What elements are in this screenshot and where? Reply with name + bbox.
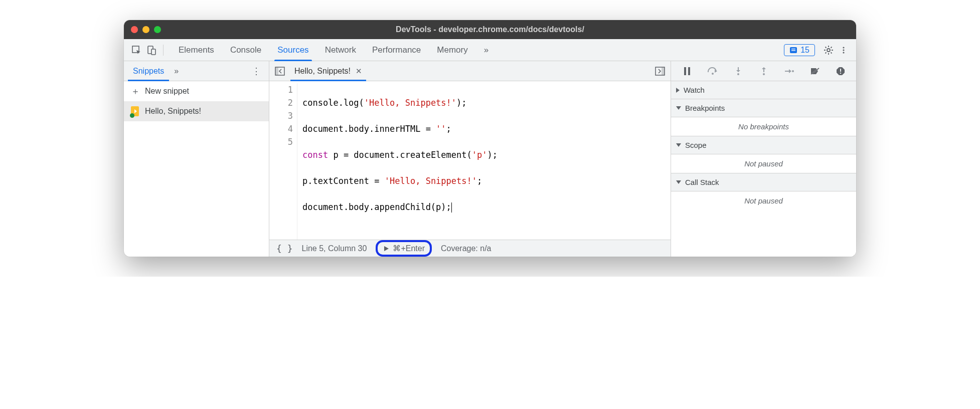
- snippet-name: Hello, Snippets!: [145, 107, 201, 116]
- chevron-right-icon: [676, 88, 680, 93]
- editor-filename: Hello, Snippets!: [294, 67, 351, 76]
- cursor-position: Line 5, Column 30: [302, 244, 367, 253]
- scope-body: Not paused: [671, 154, 856, 173]
- show-debugger-icon[interactable]: [652, 67, 668, 76]
- svg-rect-5: [791, 50, 795, 51]
- callstack-label: Call Stack: [685, 178, 719, 186]
- issues-badge[interactable]: 15: [784, 44, 815, 56]
- step-icon[interactable]: [782, 68, 796, 75]
- navigator-more[interactable]: »: [171, 61, 182, 81]
- code-content: console.log('Hello, Snippets!'); documen…: [297, 83, 498, 240]
- navigator-menu-icon[interactable]: ⋮: [246, 66, 267, 77]
- svg-point-18: [763, 73, 765, 75]
- step-over-icon[interactable]: [706, 67, 720, 75]
- breakpoints-section-header[interactable]: Breakpoints: [671, 99, 856, 117]
- step-out-icon[interactable]: [757, 67, 771, 76]
- editor-tabs: Hello, Snippets! ✕: [269, 61, 671, 81]
- callstack-body: Not paused: [671, 191, 856, 210]
- line-gutter: 12345: [269, 83, 297, 240]
- watch-section-header[interactable]: Watch: [671, 81, 856, 99]
- watch-label: Watch: [684, 86, 705, 94]
- breakpoints-body: No breakpoints: [671, 117, 856, 136]
- chevron-down-icon: [676, 180, 681, 184]
- issues-icon: [789, 46, 797, 54]
- settings-icon[interactable]: [821, 43, 836, 58]
- tab-elements[interactable]: Elements: [171, 39, 222, 61]
- callstack-section-header[interactable]: Call Stack: [671, 173, 856, 191]
- snippets-list: ＋ New snippet Hello, Snippets!: [124, 81, 269, 257]
- traffic-lights: [131, 26, 161, 33]
- close-tab-icon[interactable]: ✕: [356, 67, 362, 76]
- navigator-pane: Snippets » ⋮ ＋ New snippet Hello, Snippe…: [124, 61, 269, 257]
- run-snippet-button[interactable]: ⌘+Enter: [376, 240, 432, 257]
- svg-point-17: [737, 73, 739, 75]
- snippets-tab[interactable]: Snippets: [126, 61, 171, 81]
- more-menu-icon[interactable]: [836, 43, 851, 58]
- window-title: DevTools - developer.chrome.com/docs/dev…: [124, 25, 856, 34]
- inspect-element-icon[interactable]: [129, 43, 144, 58]
- main-area: Snippets » ⋮ ＋ New snippet Hello, Snippe…: [124, 61, 856, 257]
- scope-label: Scope: [685, 141, 707, 149]
- pause-icon[interactable]: [680, 67, 694, 75]
- svg-rect-24: [840, 73, 841, 74]
- snippet-item[interactable]: Hello, Snippets!: [124, 101, 269, 121]
- code-editor[interactable]: 12345 console.log('Hello, Snippets!'); d…: [269, 81, 671, 240]
- minimize-window-button[interactable]: [142, 26, 149, 33]
- show-navigator-icon[interactable]: [272, 67, 287, 76]
- svg-rect-15: [688, 67, 690, 75]
- svg-rect-14: [684, 67, 686, 75]
- svg-point-9: [843, 52, 844, 53]
- svg-rect-11: [275, 67, 278, 75]
- tab-sources[interactable]: Sources: [269, 39, 316, 61]
- svg-rect-2: [151, 49, 155, 55]
- tab-console[interactable]: Console: [222, 39, 269, 61]
- zoom-window-button[interactable]: [154, 26, 161, 33]
- new-snippet-label: New snippet: [145, 87, 189, 96]
- pause-on-exceptions-icon[interactable]: [834, 67, 848, 76]
- tab-performance[interactable]: Performance: [364, 39, 429, 61]
- svg-rect-4: [791, 49, 795, 49]
- plus-icon: ＋: [131, 85, 140, 97]
- navigator-tabs: Snippets » ⋮: [124, 61, 269, 81]
- svg-point-19: [792, 70, 794, 72]
- snippet-file-icon: [131, 106, 140, 116]
- svg-point-16: [712, 73, 714, 75]
- issues-count: 15: [800, 46, 809, 55]
- devtools-window: DevTools - developer.chrome.com/docs/dev…: [124, 20, 856, 257]
- svg-point-6: [827, 49, 830, 52]
- coverage-label: Coverage: n/a: [441, 244, 492, 253]
- debugger-toolbar: [671, 61, 856, 81]
- editor-pane: Hello, Snippets! ✕ 12345 console.log('He…: [269, 61, 671, 257]
- svg-point-7: [843, 47, 844, 48]
- breakpoints-label: Breakpoints: [685, 104, 725, 112]
- scope-section-header[interactable]: Scope: [671, 136, 856, 154]
- svg-rect-23: [840, 69, 841, 72]
- deactivate-breakpoints-icon[interactable]: [808, 67, 822, 75]
- toolbar: Elements Console Sources Network Perform…: [124, 39, 856, 61]
- titlebar: DevTools - developer.chrome.com/docs/dev…: [124, 20, 856, 39]
- device-toolbar-icon[interactable]: [144, 43, 159, 58]
- debugger-pane: Watch Breakpoints No breakpoints Scope N…: [671, 61, 856, 257]
- chevron-down-icon: [676, 106, 681, 110]
- separator: [163, 45, 164, 56]
- run-shortcut: ⌘+Enter: [393, 244, 425, 253]
- pretty-print-icon[interactable]: { }: [276, 243, 293, 254]
- new-snippet-button[interactable]: ＋ New snippet: [124, 81, 269, 101]
- editor-tab[interactable]: Hello, Snippets! ✕: [287, 61, 369, 81]
- editor-statusbar: { } Line 5, Column 30 ⌘+Enter Coverage: …: [269, 240, 671, 257]
- svg-rect-13: [662, 67, 665, 75]
- step-into-icon[interactable]: [731, 67, 745, 76]
- close-window-button[interactable]: [131, 26, 138, 33]
- panel-tabs: Elements Console Sources Network Perform…: [171, 39, 497, 61]
- tab-memory[interactable]: Memory: [429, 39, 475, 61]
- tab-network[interactable]: Network: [317, 39, 364, 61]
- tab-more[interactable]: »: [476, 39, 497, 61]
- play-icon: [383, 245, 390, 252]
- svg-point-8: [843, 49, 844, 51]
- chevron-down-icon: [676, 143, 681, 147]
